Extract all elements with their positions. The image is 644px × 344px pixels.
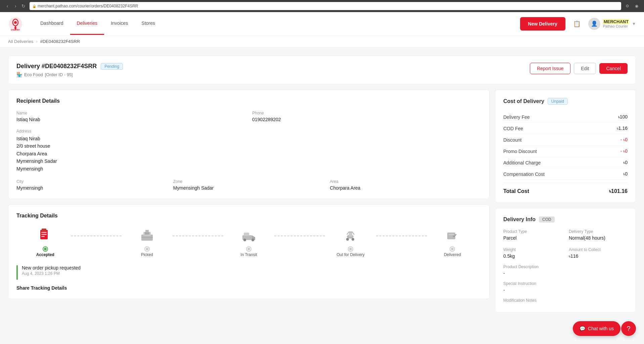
recipient-grid: Name Istiaq Nirab Phone 01902289202 Addr…	[16, 111, 481, 173]
in-transit-label: In Transit	[240, 252, 257, 257]
clipboard-icon-btn[interactable]: 📋	[571, 18, 583, 30]
picked-dot	[145, 247, 149, 251]
refresh-btn[interactable]: ↻	[20, 3, 27, 9]
delivery-type-label: Delivery Type	[569, 229, 628, 234]
product-description-field: Product Description -	[503, 264, 628, 276]
amount-collect-value: ৳116	[569, 253, 628, 259]
timeline-event: New order pickup requested	[22, 265, 81, 271]
svg-point-17	[251, 239, 254, 241]
cost-row-additional: Additional Charge ৳0	[503, 157, 628, 168]
product-type-value: Parcel	[503, 235, 562, 241]
delivery-header-left: Delivery #DE0408232F4SRR Pending 🏪 Eco F…	[16, 63, 123, 77]
zone-label: Zone	[173, 179, 325, 184]
breadcrumb-all-deliveries[interactable]: All Deliveries	[8, 39, 33, 44]
name-label: Name	[16, 111, 245, 115]
share-tracking-label[interactable]: Share Tracking Details	[16, 285, 481, 291]
store-name: Eco Food	[24, 72, 43, 77]
cost-header: Cost of Delivery Unpaid	[503, 98, 628, 105]
accepted-icon-wrap	[35, 226, 55, 246]
delivery-header-card: Delivery #DE0408232F4SRR Pending 🏪 Eco F…	[8, 56, 636, 84]
unpaid-badge: Unpaid	[548, 98, 568, 105]
extensions-btn[interactable]: ⚙	[624, 3, 631, 9]
modification-notes-label: Modification Notes	[503, 298, 628, 303]
delivery-type-field: Delivery Type Normal(48 hours)	[569, 229, 628, 241]
cod-fee-value: ৳1.16	[617, 126, 628, 131]
nav-dashboard[interactable]: Dashboard	[34, 12, 70, 35]
edit-button[interactable]: Edit	[574, 63, 596, 74]
city-value: Mymensingh	[16, 185, 168, 191]
address-line-3: Chorpara Area	[16, 150, 245, 157]
svg-rect-7	[41, 234, 47, 235]
in-transit-icon-wrap	[239, 226, 259, 246]
step-delivered: Delivered	[427, 226, 478, 257]
amount-collect-field: Amount to Collect ৳116	[569, 247, 628, 259]
out-for-delivery-icon-wrap	[340, 226, 361, 246]
cancel-button[interactable]: Cancel	[599, 63, 628, 74]
discount-label: Discount	[503, 137, 521, 143]
promo-value: - ৳0	[620, 148, 628, 154]
delivery-type-value: Normal(48 hours)	[569, 235, 628, 241]
svg-point-20	[346, 238, 349, 241]
main-content: Delivery #DE0408232F4SRR Pending 🏪 Eco F…	[0, 48, 644, 326]
promo-label: Promo Discount	[503, 149, 537, 154]
new-delivery-button[interactable]: New Delivery	[520, 17, 565, 31]
forward-btn[interactable]: ›	[12, 3, 19, 9]
left-column: Recipient Details Name Istiaq Nirab Phon…	[8, 90, 490, 318]
user-section[interactable]: 👤 MERCHANT Pathao Courier ▼	[588, 18, 636, 30]
address-line-5: Mymensingh	[16, 165, 245, 173]
nav-stores[interactable]: Stores	[135, 12, 162, 35]
profile-btn[interactable]: ◉	[633, 3, 640, 9]
browser-chrome: ‹ › ↻ 🔒 merchant.pathao.com/courier/orde…	[0, 0, 644, 12]
cost-row-cod-fee: COD Fee ৳1.16	[503, 123, 628, 134]
help-icon: ?	[627, 325, 630, 326]
nav-links: Dashboard Deliveries Invoices Stores	[34, 12, 520, 35]
picked-icon-wrap	[137, 226, 157, 246]
weight-value: 0.5kg	[503, 253, 562, 259]
connector-1	[71, 236, 122, 236]
step-picked: Picked	[122, 226, 173, 257]
nav-invoices[interactable]: Invoices	[104, 12, 135, 35]
delivery-title-row: Delivery #DE0408232F4SRR Pending	[16, 63, 123, 70]
two-column-layout: Recipient Details Name Istiaq Nirab Phon…	[8, 90, 636, 318]
total-cost-row: Total Cost ৳101.16	[503, 183, 628, 194]
report-issue-button[interactable]: Report Issue	[530, 63, 570, 74]
cost-card-title: Cost of Delivery	[503, 98, 544, 104]
phone-value: 01902289202	[252, 117, 481, 122]
chat-with-us-button[interactable]: 💬 Chat with us	[573, 321, 620, 326]
breadcrumb: All Deliveries › #DE0408232F4SRR	[0, 36, 644, 48]
picked-icon	[139, 227, 155, 244]
logo[interactable]: courier	[8, 16, 23, 31]
breadcrumb-separator: ›	[36, 39, 37, 44]
user-info: MERCHANT Pathao Courier	[603, 19, 629, 28]
back-btn[interactable]: ‹	[4, 3, 11, 9]
svg-text:courier: courier	[11, 28, 20, 31]
compensation-label: Compensation Cost	[503, 171, 545, 177]
breadcrumb-current: #DE0408232F4SRR	[40, 39, 80, 44]
cod-badge: COD	[539, 216, 555, 223]
nav-deliveries[interactable]: Deliveries	[70, 12, 104, 35]
connector-3	[274, 236, 325, 236]
product-description-value: -	[503, 271, 628, 276]
right-column: Cost of Delivery Unpaid Delivery Fee ৳10…	[495, 90, 636, 318]
recipient-card-title: Recipient Details	[16, 98, 481, 104]
user-company: Pathao Courier	[603, 24, 629, 28]
avatar: 👤	[588, 18, 600, 30]
product-type-field: Product Type Parcel	[503, 229, 562, 241]
accepted-label: Accepted	[36, 252, 54, 257]
delivered-dot	[450, 247, 454, 251]
weight-label: Weight	[503, 247, 562, 252]
weight-field: Weight 0.5kg	[503, 247, 562, 259]
discount-value: - ৳0	[620, 137, 628, 143]
svg-point-16	[243, 239, 246, 241]
svg-point-21	[352, 238, 354, 241]
delivered-icon	[444, 227, 461, 244]
status-badge: Pending	[101, 63, 123, 70]
step-in-transit: In Transit	[223, 226, 274, 257]
additional-value: ৳0	[623, 160, 628, 165]
connector-2	[173, 236, 224, 236]
user-name: MERCHANT	[603, 19, 629, 24]
timeline-bar	[16, 265, 18, 280]
city-zone-area-grid: City Mymensingh Zone Mymensingh Sadar Ar…	[16, 179, 481, 191]
address-bar[interactable]: 🔒 merchant.pathao.com/courier/orders/DE0…	[30, 2, 621, 10]
delivery-fee-label: Delivery Fee	[503, 114, 530, 120]
